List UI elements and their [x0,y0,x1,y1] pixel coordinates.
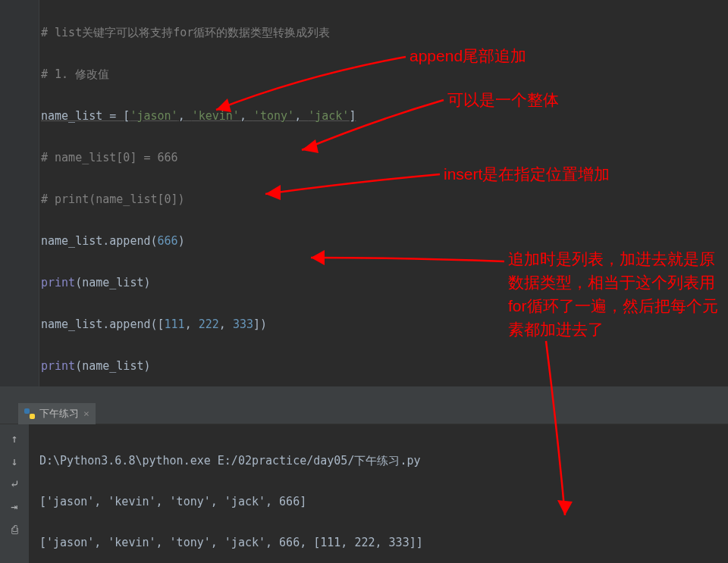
code-comment: # print(name_list[0]) [41,192,185,206]
tab-label: 下午练习 [39,407,79,421]
run-toolbar: ↑ ↓ ⤶ ⇥ ⎙ [0,424,29,563]
scroll-icon[interactable]: ⇥ [11,500,17,514]
arrow-down-icon[interactable]: ↓ [11,455,17,468]
tab-bar: 下午练习 × [0,403,728,424]
run-body: ↑ ↓ ⤶ ⇥ ⎙ D:\Python3.6.8\python.exe E:/0… [0,424,728,563]
code-ident: name_list = [ [41,109,130,123]
pane-divider[interactable] [0,386,728,403]
run-pane: 下午练习 × ↑ ↓ ⤶ ⇥ ⎙ D:\Python3.6.8\python.e… [0,403,728,563]
python-icon [24,408,35,419]
tab-close-icon[interactable]: × [83,408,89,419]
output-line: ['jason', 'kevin', 'tony', 'jack', 666] [39,492,717,512]
editor-gutter [0,0,39,386]
code-area[interactable]: # list关键字可以将支持for循环的数据类型转换成列表 # 1. 修改值 n… [39,0,728,386]
arrow-up-icon[interactable]: ↑ [11,432,17,446]
print-icon[interactable]: ⎙ [11,523,18,536]
output-line: D:\Python3.6.8\python.exe E:/02practice/… [39,451,717,471]
code-comment: # list关键字可以将支持for循环的数据类型转换成列表 [41,26,330,39]
wrap-icon[interactable]: ⤶ [10,477,20,491]
code-editor-pane: # list关键字可以将支持for循环的数据类型转换成列表 # 1. 修改值 n… [0,0,728,386]
code-comment: # name_list[0] = 666 [41,151,178,164]
output-line: ['jason', 'kevin', 'tony', 'jack', 666, … [39,533,717,553]
console-output[interactable]: D:\Python3.6.8\python.exe E:/02practice/… [29,424,728,563]
code-comment: # 1. 修改值 [41,67,109,81]
run-tab[interactable]: 下午练习 × [18,403,96,424]
